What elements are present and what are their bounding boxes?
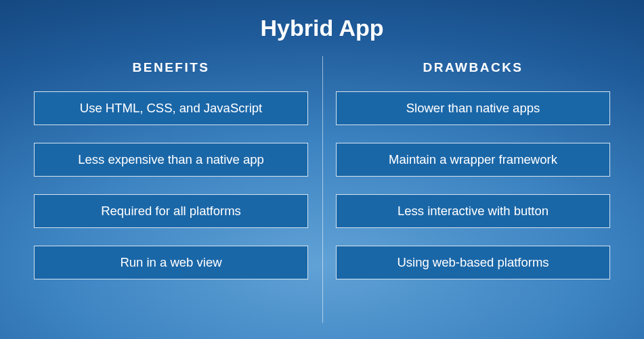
- list-item: Run in a web view: [34, 246, 308, 279]
- item-label: Less expensive than a native app: [78, 152, 264, 167]
- benefits-header: BENEFITS: [133, 60, 210, 75]
- item-label: Slower than native apps: [406, 101, 540, 116]
- page-title: Hybrid App: [34, 15, 610, 41]
- list-item: Using web-based platforms: [336, 246, 610, 279]
- item-label: Less interactive with button: [398, 204, 549, 219]
- drawbacks-column: DRAWBACKS Slower than native apps Mainta…: [336, 60, 610, 319]
- diagram-container: Hybrid App BENEFITS Use HTML, CSS, and J…: [0, 0, 644, 339]
- item-label: Using web-based platforms: [397, 255, 549, 270]
- item-label: Required for all platforms: [101, 204, 241, 219]
- list-item: Use HTML, CSS, and JavaScript: [34, 91, 308, 125]
- list-item: Less interactive with button: [336, 194, 610, 228]
- list-item: Required for all platforms: [34, 194, 308, 228]
- columns-wrapper: BENEFITS Use HTML, CSS, and JavaScript L…: [34, 60, 610, 319]
- item-label: Use HTML, CSS, and JavaScript: [80, 101, 262, 116]
- item-label: Run in a web view: [120, 255, 221, 270]
- vertical-divider: [322, 56, 323, 323]
- benefits-column: BENEFITS Use HTML, CSS, and JavaScript L…: [34, 60, 308, 319]
- list-item: Maintain a wrapper framework: [336, 143, 610, 177]
- item-label: Maintain a wrapper framework: [389, 152, 557, 167]
- list-item: Less expensive than a native app: [34, 143, 308, 177]
- list-item: Slower than native apps: [336, 91, 610, 125]
- drawbacks-header: DRAWBACKS: [423, 60, 523, 75]
